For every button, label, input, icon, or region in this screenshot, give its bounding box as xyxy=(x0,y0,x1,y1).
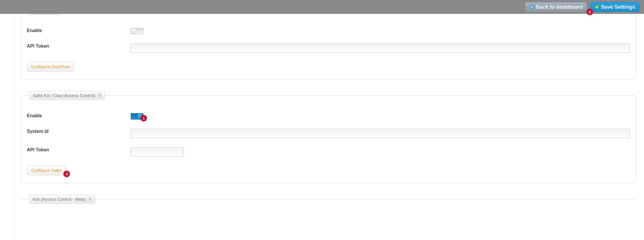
configure-salto-button[interactable]: Configure Salto xyxy=(27,165,65,175)
back-to-dashboard-label: Back to dashboard xyxy=(536,4,583,10)
salto-enable-label: Enable xyxy=(27,113,131,118)
doorflow-api-token-input[interactable] xyxy=(131,44,630,53)
doorflow-section: DoorFlow Enable API Token Configure Door… xyxy=(21,6,636,79)
chevron-up-icon xyxy=(88,197,92,201)
chevron-up-icon xyxy=(98,93,102,98)
back-to-dashboard-button[interactable]: Back to dashboard xyxy=(525,2,587,12)
salto-legend-label: Salto KS / Clay (Access Control) xyxy=(33,93,95,98)
toggle-knob xyxy=(131,29,136,34)
doorflow-enable-row: Enable xyxy=(27,23,630,39)
salto-api-token-row: API Token xyxy=(27,143,630,161)
back-arrow-icon xyxy=(529,5,534,9)
salto-system-id-input[interactable] xyxy=(131,129,630,138)
doorflow-enable-toggle[interactable] xyxy=(131,28,143,34)
doorflow-api-token-row: API Token xyxy=(27,39,630,57)
doorflow-api-token-label: API Token xyxy=(27,44,131,49)
configure-doorflow-button[interactable]: Configure DoorFlow xyxy=(27,62,74,72)
top-action-bar: Back to dashboard Save Settings 2 xyxy=(0,0,644,14)
annotation-badge-1: 1 xyxy=(141,115,147,121)
kisi-legend-label: Kisi (Access Control - Beta) xyxy=(33,197,85,202)
save-settings-label: Save Settings xyxy=(601,4,635,10)
left-gutter-line xyxy=(14,0,14,215)
salto-legend[interactable]: Salto KS / Clay (Access Control) xyxy=(30,91,105,100)
check-ok-icon xyxy=(595,5,599,9)
annotation-badge-2: 2 xyxy=(587,9,593,15)
salto-system-id-row: System Id xyxy=(27,124,630,143)
salto-api-token-label: API Token xyxy=(27,147,131,152)
settings-page: DoorFlow Enable API Token Configure Door… xyxy=(0,6,644,215)
kisi-section: Kisi (Access Control - Beta) xyxy=(21,195,636,206)
save-settings-button[interactable]: Save Settings 2 xyxy=(590,2,639,12)
salto-enable-row: Enable 1 xyxy=(27,109,630,124)
salto-api-token-input[interactable] xyxy=(131,147,184,157)
kisi-legend[interactable]: Kisi (Access Control - Beta) xyxy=(29,195,95,204)
annotation-badge-3: 3 xyxy=(63,171,70,177)
salto-section: Salto KS / Clay (Access Control) Enable … xyxy=(21,91,636,183)
salto-system-id-label: System Id xyxy=(27,129,131,134)
doorflow-enable-label: Enable xyxy=(27,28,131,33)
